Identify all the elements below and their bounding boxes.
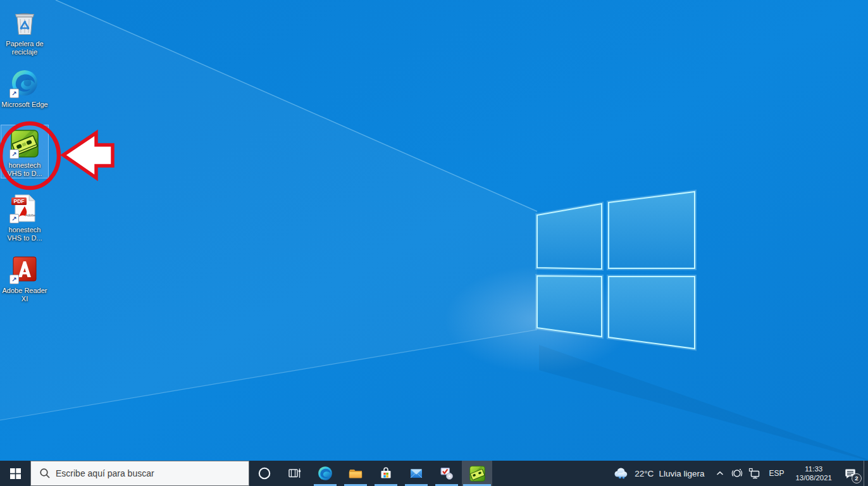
installer-icon xyxy=(438,465,455,482)
desktop-surface: Papelera de reciclaje ↗ Microsoft Edge xyxy=(0,0,868,461)
desktop-icon-microsoft-edge[interactable]: ↗ Microsoft Edge xyxy=(1,64,49,109)
start-button[interactable] xyxy=(0,461,30,486)
microsoft-store-icon xyxy=(378,465,394,482)
task-view-button[interactable] xyxy=(280,461,310,486)
taskbar-app-microsoft-store[interactable] xyxy=(371,461,401,486)
weather-widget[interactable]: 22°C Lluvia ligera xyxy=(605,461,712,486)
weather-condition: Lluvia ligera xyxy=(659,469,704,478)
taskbar-app-file-explorer[interactable] xyxy=(340,461,371,486)
honestech-vhs-icon: ↗ xyxy=(9,128,40,159)
file-explorer-icon xyxy=(347,465,364,482)
ethernet-network-icon xyxy=(747,466,761,480)
adobe-reader-icon: ↗ xyxy=(9,254,40,284)
language-indicator[interactable]: ESP xyxy=(762,461,790,486)
shortcut-arrow-icon: ↗ xyxy=(9,214,19,223)
shortcut-arrow-icon: ↗ xyxy=(9,275,19,284)
recycle-bin-icon xyxy=(9,7,40,37)
notification-badge: 2 xyxy=(852,473,862,483)
taskbar-app-mail[interactable] xyxy=(401,461,431,486)
show-hidden-icons-button[interactable] xyxy=(712,461,728,486)
meet-now-button[interactable] xyxy=(728,461,745,486)
action-center-button[interactable]: 2 xyxy=(837,461,864,486)
desktop-icon-label: Adobe Reader XI xyxy=(1,287,48,303)
task-view-icon xyxy=(288,468,301,479)
svg-text:PDF: PDF xyxy=(14,198,25,204)
desktop-icon-label: Papelera de reciclaje xyxy=(1,40,48,56)
shortcut-arrow-icon: ↗ xyxy=(9,149,19,159)
shortcut-arrow-icon: ↗ xyxy=(9,89,19,98)
edge-icon: ↗ xyxy=(9,68,40,98)
taskbar: 22°C Lluvia ligera ES xyxy=(0,461,868,486)
desktop-icon-label: honestech VHS to D... xyxy=(1,226,48,242)
cortana-button[interactable] xyxy=(249,461,280,486)
pdf-document-icon: PDF Adobe ↗ xyxy=(9,193,40,223)
taskbar-app-microsoft-edge[interactable] xyxy=(310,461,340,486)
taskbar-search xyxy=(30,461,249,486)
search-input[interactable] xyxy=(51,468,249,478)
desktop-icon-honestech-vhs-app[interactable]: ↗ honestech VHS to D... xyxy=(1,125,49,178)
meet-now-icon xyxy=(730,466,744,480)
clock-date: 13/08/2021 xyxy=(795,473,832,482)
wallpaper xyxy=(0,0,868,461)
weather-temperature: 22°C xyxy=(635,469,654,478)
honestech-vhs-icon xyxy=(469,465,486,482)
system-tray: 22°C Lluvia ligera ES xyxy=(605,461,868,486)
desktop-icon-label: Microsoft Edge xyxy=(1,101,48,109)
language-code: ESP xyxy=(769,469,784,478)
clock[interactable]: 11:33 13/08/2021 xyxy=(790,461,837,486)
desktop-icon-honestech-vhs-pdf[interactable]: PDF Adobe ↗ honestech VHS to D... xyxy=(1,189,49,243)
desktop-icon-recycle-bin[interactable]: Papelera de reciclaje xyxy=(1,3,49,57)
network-button[interactable] xyxy=(745,461,762,486)
weather-rain-icon xyxy=(612,466,629,480)
chevron-up-icon xyxy=(714,468,726,479)
taskbar-app-software-installer[interactable] xyxy=(431,461,462,486)
clock-time: 11:33 xyxy=(805,464,822,473)
show-desktop-button[interactable] xyxy=(864,461,868,486)
edge-icon xyxy=(317,465,333,482)
windows-start-icon xyxy=(10,468,21,479)
mail-icon xyxy=(408,465,425,482)
taskbar-app-honestech-vhs[interactable] xyxy=(462,461,492,486)
desktop-icon-label: honestech VHS to D... xyxy=(1,161,48,178)
desktop-icon-adobe-reader-xi[interactable]: ↗ Adobe Reader XI xyxy=(1,250,49,304)
svg-text:Adobe: Adobe xyxy=(25,213,35,217)
search-icon xyxy=(39,468,51,479)
cortana-icon xyxy=(257,466,271,480)
